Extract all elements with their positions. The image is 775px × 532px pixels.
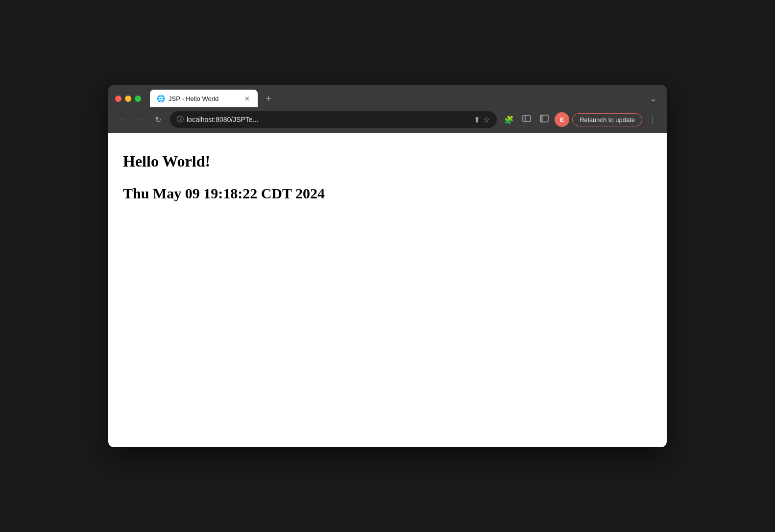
svg-rect-3 (540, 115, 543, 122)
svg-rect-0 (523, 116, 531, 121)
traffic-lights (115, 96, 141, 102)
page-heading: Hello World! (123, 152, 652, 170)
profile-initial: E (560, 116, 564, 123)
close-button[interactable] (115, 96, 121, 102)
extensions-icon: 🧩 (504, 115, 514, 124)
minimize-button[interactable] (125, 96, 131, 102)
browser-window: 🌐 JSP - Hello World ✕ + ⌄ ← → ↻ ⓘ localh… (108, 85, 667, 447)
share-icon[interactable]: ⬆ (474, 115, 480, 124)
new-tab-button[interactable]: + (262, 92, 275, 105)
profile-button[interactable]: E (555, 112, 569, 127)
media-button[interactable] (519, 112, 534, 127)
media-icon (522, 114, 531, 125)
back-button[interactable]: ← (115, 112, 130, 127)
tab-close-button[interactable]: ✕ (243, 95, 251, 102)
page-datetime: Thu May 09 19:18:22 CDT 2024 (123, 185, 652, 202)
forward-button[interactable]: → (133, 112, 147, 127)
extensions-button[interactable]: 🧩 (502, 112, 516, 127)
address-bar[interactable]: ⓘ localhost:8080/JSPTe... ⬆ ☆ (170, 111, 497, 128)
tab-favicon-icon: 🌐 (157, 95, 165, 102)
reload-button[interactable]: ↻ (150, 112, 165, 127)
maximize-button[interactable] (135, 96, 141, 102)
sidebar-button[interactable] (537, 112, 552, 127)
browser-tab[interactable]: 🌐 JSP - Hello World ✕ (150, 90, 258, 107)
more-icon: ⋮ (649, 115, 656, 124)
page-content: Hello World! Thu May 09 19:18:22 CDT 202… (108, 133, 667, 447)
more-options-button[interactable]: ⋮ (645, 112, 660, 127)
tab-title: JSP - Hello World (169, 95, 239, 102)
bookmark-icon[interactable]: ☆ (483, 115, 490, 124)
info-icon: ⓘ (177, 115, 184, 124)
tab-menu-button[interactable]: ⌄ (646, 92, 660, 105)
sidebar-icon (540, 114, 549, 125)
address-text: localhost:8080/JSPTe... (187, 116, 471, 123)
relaunch-label: Relaunch to update (580, 116, 635, 123)
tab-row: 🌐 JSP - Hello World ✕ + ⌄ (115, 90, 660, 107)
nav-bar: ← → ↻ ⓘ localhost:8080/JSPTe... ⬆ ☆ 🧩 (108, 107, 667, 133)
title-bar: 🌐 JSP - Hello World ✕ + ⌄ (108, 85, 667, 107)
relaunch-button[interactable]: Relaunch to update (572, 113, 642, 126)
